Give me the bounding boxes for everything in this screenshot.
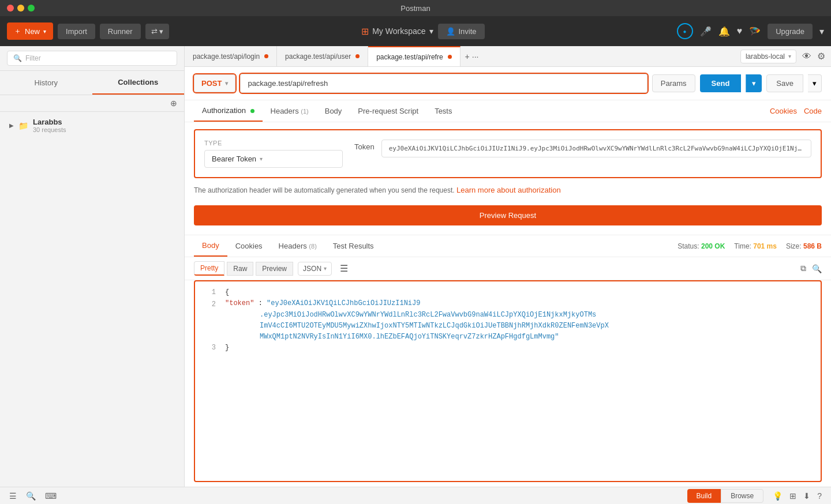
method-select[interactable]: POST ▾	[194, 74, 235, 92]
format-raw-button[interactable]: Raw	[227, 262, 253, 276]
method-caret-icon: ▾	[225, 80, 228, 86]
time-value: 701 ms	[753, 242, 777, 250]
tab-authorization[interactable]: Authorization	[194, 100, 263, 122]
tab-refresh[interactable]: package.test/api/refre	[368, 46, 460, 66]
auth-tab-label: Authorization	[202, 106, 246, 115]
search-input[interactable]: 🔍 Filter	[7, 51, 177, 66]
auth-type-select[interactable]: Bearer Token ▾	[204, 150, 343, 168]
response-tab-test-results[interactable]: Test Results	[325, 236, 382, 256]
request-subtabs: Authorization Headers (1) Body Pre-reque…	[185, 100, 831, 122]
sync-icon[interactable]: ●	[677, 23, 693, 39]
import-button[interactable]: Import	[58, 24, 95, 39]
sidebar-toggle-icon[interactable]: ☰	[9, 491, 17, 501]
console-icon[interactable]: ⌨	[45, 491, 57, 501]
search-response-icon[interactable]: 🔍	[812, 264, 822, 273]
build-button[interactable]: Build	[687, 489, 721, 503]
auth-section: TYPE Bearer Token ▾ Token	[194, 129, 822, 178]
invite-icon: 👤	[446, 27, 455, 36]
runner-button[interactable]: Runner	[100, 24, 141, 39]
add-tab-button[interactable]: +	[465, 52, 470, 61]
proxy-button[interactable]: ⇄ ▾	[145, 24, 170, 39]
heart-icon[interactable]: ♥	[737, 26, 743, 36]
minimize-button[interactable]	[17, 5, 24, 12]
satellite-icon[interactable]: 🪂	[749, 26, 761, 37]
send-button[interactable]: Send	[700, 74, 742, 92]
add-collection-button[interactable]: ⊕	[170, 99, 177, 108]
headers-tab-label: Headers	[271, 107, 301, 115]
tab-pre-request[interactable]: Pre-request Script	[350, 101, 426, 121]
notification-icon[interactable]: 🔔	[718, 26, 730, 37]
workspace-button[interactable]: ⊞ My Workspace ▾	[361, 26, 433, 37]
status-icons: 💡 ⊞ ⬇ ?	[773, 489, 822, 503]
traffic-lights	[7, 5, 35, 12]
titlebar: Postman	[0, 0, 831, 16]
status-value: 200 OK	[701, 242, 725, 250]
tabs-right: larabbs-local ▾ 👁 ⚙	[735, 50, 831, 63]
response-tab-body[interactable]: Body	[194, 235, 227, 257]
json-format-select[interactable]: JSON ▾	[298, 262, 332, 276]
search-global-icon[interactable]: 🔍	[26, 491, 36, 501]
sidebar-search-area: 🔍 Filter	[0, 46, 184, 71]
sidebar-item-history[interactable]: History	[0, 71, 92, 95]
code-line-2: 2 "token" : "eyJ0eXAiOiJKV1QiLCJhbGciOiJ…	[204, 298, 811, 343]
maximize-button[interactable]	[28, 5, 35, 12]
sidebar-item-collections[interactable]: Collections	[92, 71, 185, 95]
upgrade-caret-icon[interactable]: ▾	[819, 26, 824, 37]
code-link[interactable]: Code	[804, 107, 822, 115]
copy-icon[interactable]: ⧉	[800, 264, 806, 273]
invite-button[interactable]: 👤 Invite	[438, 24, 485, 39]
tabs-overflow-button[interactable]: ···	[472, 52, 479, 61]
sidebar-tabs: History Collections	[0, 71, 184, 95]
chevron-right-icon: ▶	[9, 122, 14, 129]
environment-selector[interactable]: larabbs-local ▾	[740, 50, 796, 63]
tab-tests[interactable]: Tests	[426, 101, 460, 121]
response-tab-cookies[interactable]: Cookies	[227, 236, 271, 256]
format-preview-button[interactable]: Preview	[256, 262, 293, 276]
collection-info: Larabbs 30 requests	[33, 118, 66, 133]
tab-login[interactable]: package.test/api/login	[185, 46, 277, 66]
layout-icon[interactable]: ⊞	[789, 491, 796, 501]
sidebar-actions: ⊕	[0, 95, 184, 112]
wrap-icon[interactable]: ☰	[334, 261, 354, 276]
tab-modified-dot	[264, 54, 268, 58]
tab-modified-dot	[355, 54, 360, 58]
microphone-icon[interactable]: 🎤	[700, 26, 712, 37]
body-toolbar-right: ⧉ 🔍	[800, 264, 822, 273]
status-bar-left: ☰ 🔍 ⌨	[9, 491, 57, 501]
learn-more-link[interactable]: Learn more about authorization	[456, 186, 561, 194]
main-toolbar: ＋ New ▾ Import Runner ⇄ ▾ ⊞ My Workspace…	[0, 16, 831, 46]
token-input[interactable]	[381, 140, 811, 157]
toolbar-center: ⊞ My Workspace ▾ 👤 Invite	[174, 24, 672, 39]
tab-body[interactable]: Body	[317, 101, 350, 121]
new-button[interactable]: ＋ New ▾	[7, 22, 53, 40]
send-caret-button[interactable]: ▾	[746, 74, 762, 92]
tab-label: package.test/api/refre	[376, 53, 443, 61]
bearer-caret-icon: ▾	[260, 156, 263, 162]
download-icon[interactable]: ⬇	[803, 491, 810, 501]
save-caret-button[interactable]: ▾	[808, 74, 822, 92]
lightbulb-icon[interactable]: 💡	[773, 491, 783, 501]
help-icon[interactable]: ?	[817, 491, 822, 501]
token-label: Token	[354, 142, 375, 151]
tab-headers[interactable]: Headers (1)	[263, 101, 317, 121]
response-tab-headers[interactable]: Headers (8)	[271, 236, 325, 256]
content-area: package.test/api/login package.test/api/…	[185, 46, 831, 487]
status-label: Status: 200 OK	[677, 242, 725, 250]
status-bar-right: Build Browse 💡 ⊞ ⬇ ?	[687, 489, 822, 503]
list-item[interactable]: ▶ 📁 Larabbs 30 requests	[0, 112, 184, 139]
save-button[interactable]: Save	[766, 74, 803, 92]
build-browse-buttons: Build Browse	[687, 489, 764, 503]
params-button[interactable]: Params	[652, 74, 695, 92]
url-input[interactable]	[240, 74, 647, 93]
cookies-link[interactable]: Cookies	[770, 107, 797, 115]
upgrade-button[interactable]: Upgrade	[768, 24, 813, 39]
settings-icon[interactable]: ⚙	[817, 51, 825, 62]
format-pretty-button[interactable]: Pretty	[194, 261, 224, 276]
browse-button[interactable]: Browse	[721, 489, 763, 503]
search-placeholder: Filter	[25, 54, 41, 62]
preview-request-button[interactable]: Preview Request	[194, 205, 822, 225]
tab-user[interactable]: package.test/api/user	[277, 46, 368, 66]
response-code-viewer: 1 { 2 "token" : "eyJ0eXAiOiJKV1QiLCJhbGc…	[194, 280, 822, 482]
close-button[interactable]	[7, 5, 14, 12]
eye-icon[interactable]: 👁	[802, 51, 811, 62]
